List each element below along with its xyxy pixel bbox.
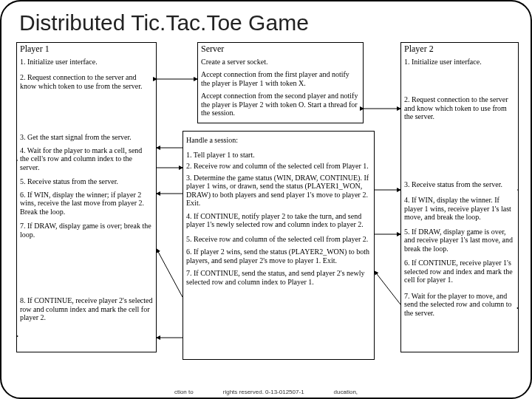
server-step-b: Accept connection from the first player … bbox=[201, 70, 360, 87]
footer-frag-c: ducation, bbox=[334, 389, 358, 395]
session-t1: 1. Tell player 1 to start. bbox=[186, 151, 371, 160]
server-column: Server Create a server socket. Accept co… bbox=[197, 42, 364, 123]
p2-step2: 2. Request connection to the server and … bbox=[404, 95, 515, 121]
footer-frag-b: rights reserved. 0-13-012507-1 bbox=[223, 389, 304, 395]
p1-step1: 1. Initialize user interface. bbox=[20, 58, 153, 66]
player1-header: Player 1 bbox=[20, 44, 153, 55]
p1-step7: 7. If DRAW, display game is over; break … bbox=[20, 222, 153, 239]
server-header: Server bbox=[201, 44, 360, 55]
p1-step5: 5. Receive status from the server. bbox=[20, 177, 153, 186]
p2-step4: 4. If WIN, display the winner. If player… bbox=[404, 196, 515, 222]
p2-step5: 5. If DRAW, display game is over, and re… bbox=[404, 228, 515, 253]
session-t7: 7. If CONTINUE, send the status, and sen… bbox=[186, 269, 371, 286]
slide-title: Distributed Tic.Tac.Toe Game bbox=[1, 1, 531, 38]
p2-step6: 6. If CONTINUE, receive player 1's selec… bbox=[404, 259, 515, 284]
session-box: Handle a session: 1. Tell player 1 to st… bbox=[183, 131, 375, 360]
p1-step4: 4. Wait for the player to mark a cell, s… bbox=[20, 146, 153, 172]
p1-step3: 3. Get the start signal from the server. bbox=[20, 133, 153, 142]
diagram-area: Player 1 1. Initialize user interface. 2… bbox=[16, 42, 519, 389]
p2-step7: 7. Wait for the player to move, and send… bbox=[404, 292, 515, 318]
slide-frame: Distributed Tic.Tac.Toe Game Player 1 1.… bbox=[0, 0, 532, 399]
p2-step1: 1. Initialize user interface. bbox=[404, 58, 515, 66]
player1-column: Player 1 1. Initialize user interface. 2… bbox=[16, 42, 157, 352]
player2-header: Player 2 bbox=[404, 44, 515, 55]
svg-line-7 bbox=[375, 271, 400, 304]
p2-step3: 3. Receive status from the server. bbox=[404, 180, 515, 189]
server-step-a: Create a server socket. bbox=[201, 58, 360, 66]
session-t4: 4. If CONTINUE, notify player 2 to take … bbox=[186, 212, 371, 229]
p1-step6: 6. If WIN, display the winner; if player… bbox=[20, 191, 153, 216]
footer: ction to rights reserved. 0-13-012507-1 … bbox=[1, 389, 531, 395]
server-step-c: Accept connection from the second player… bbox=[201, 92, 360, 117]
p1-step2: 2. Request connection to the server and … bbox=[20, 73, 153, 90]
session-t3: 3. Determine the game status (WIN, DRAW,… bbox=[186, 174, 371, 208]
session-t2: 2. Receive row and column of the selecte… bbox=[186, 162, 371, 171]
session-t6: 6. If player 2 wins, send the status (PL… bbox=[186, 248, 371, 265]
svg-line-8 bbox=[157, 249, 183, 297]
footer-frag-a: ction to bbox=[174, 389, 194, 395]
session-t5: 5. Receive row and column of the selecte… bbox=[186, 235, 371, 244]
session-header: Handle a session: bbox=[186, 136, 371, 145]
p1-step8: 8. If CONTINUE, receive player 2's selec… bbox=[20, 296, 153, 322]
player2-column: Player 2 1. Initialize user interface. 2… bbox=[400, 42, 519, 352]
